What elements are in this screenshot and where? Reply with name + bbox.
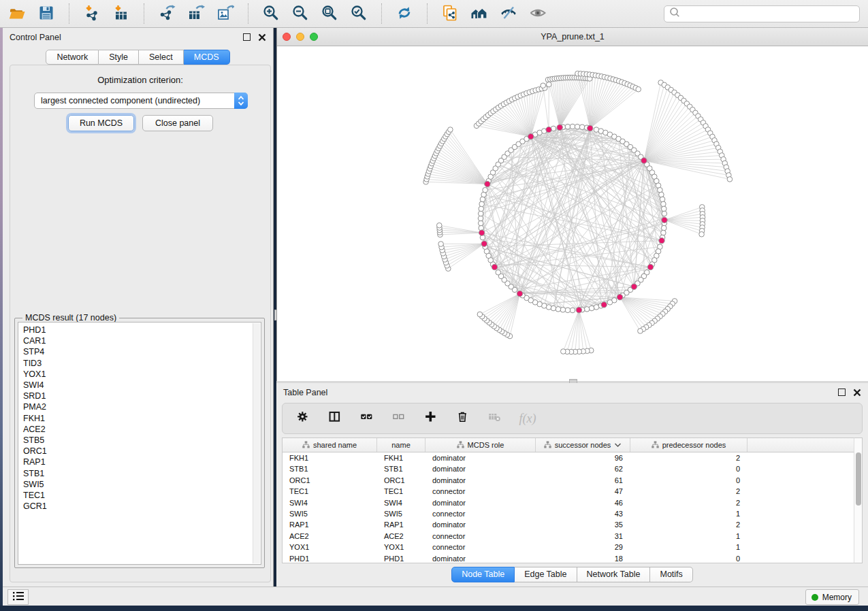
export-network-button[interactable] [155, 3, 178, 24]
table-row[interactable]: PHD1PHD1dominator180 [283, 553, 858, 563]
table-cell[interactable]: 43 [536, 508, 630, 519]
table-cell[interactable]: connector [425, 542, 536, 552]
table-cell[interactable]: FKH1 [377, 452, 425, 463]
mcds-result-item[interactable]: ORC1 [23, 446, 261, 457]
split-columns-button[interactable] [325, 408, 346, 429]
table-row[interactable]: ORC1ORC1dominator610 [283, 475, 858, 486]
table-cell[interactable]: PHD1 [377, 553, 425, 563]
mcds-result-item[interactable]: TEC1 [23, 490, 261, 501]
table-cell[interactable]: 1 [630, 531, 748, 542]
table-cell[interactable]: connector [425, 531, 536, 542]
column-header-successor-nodes[interactable]: successor nodes [536, 438, 630, 452]
table-cell[interactable]: TEC1 [377, 486, 425, 497]
tab-motifs[interactable]: Motifs [650, 567, 692, 582]
mcds-hub-node[interactable] [492, 264, 497, 269]
table-row[interactable]: RAP1RAP1dominator352 [283, 519, 858, 530]
table-cell[interactable]: 96 [536, 452, 630, 463]
result-list-scrollbar[interactable] [253, 323, 260, 563]
table-cell[interactable]: 31 [536, 531, 630, 542]
tab-select[interactable]: Select [139, 50, 184, 65]
tab-mcds[interactable]: MCDS [184, 50, 230, 65]
table-cell[interactable]: 2 [630, 452, 748, 463]
float-panel-icon[interactable] [243, 33, 251, 41]
mcds-hub-node[interactable] [517, 291, 522, 296]
table-cell[interactable]: dominator [425, 497, 536, 508]
mcds-hub-node[interactable] [479, 230, 484, 235]
mcds-hub-node[interactable] [659, 237, 664, 243]
table-cell[interactable]: dominator [425, 519, 536, 530]
table-cell[interactable]: 2 [630, 519, 748, 530]
mcds-hub-node[interactable] [588, 125, 593, 131]
clone-network-button[interactable] [438, 3, 462, 24]
table-cell[interactable]: FKH1 [283, 452, 377, 463]
table-cell[interactable]: STB1 [377, 463, 425, 474]
export-image-button[interactable] [214, 3, 237, 24]
close-panel-button[interactable]: Close panel [142, 115, 213, 131]
table-cell[interactable]: 1 [630, 542, 748, 552]
table-cell[interactable]: SWI4 [283, 497, 377, 508]
mcds-result-item[interactable]: FKH1 [23, 413, 261, 424]
table-cell[interactable]: 62 [536, 463, 630, 474]
table-row[interactable]: YOX1YOX1connector291 [283, 542, 858, 552]
mcds-result-item[interactable]: STB1 [23, 468, 261, 479]
table-row[interactable]: SWI4SWI4dominator462 [283, 497, 858, 508]
mcds-hub-node[interactable] [546, 127, 551, 132]
memory-button[interactable]: Memory [805, 589, 859, 605]
mcds-hub-node[interactable] [662, 217, 667, 222]
table-cell[interactable]: 18 [536, 553, 630, 563]
table-row[interactable]: TEC1TEC1connector472 [283, 486, 858, 497]
optimization-criterion-select[interactable]: largest connected component (undirected) [34, 93, 248, 109]
close-panel-icon[interactable] [258, 33, 266, 42]
mcds-result-item[interactable]: TID3 [23, 358, 261, 369]
table-cell[interactable]: SWI5 [377, 508, 425, 519]
tab-node-table[interactable]: Node Table [451, 567, 515, 582]
delete-column-button[interactable] [453, 408, 474, 429]
deselect-all-button[interactable] [389, 408, 410, 429]
table-cell[interactable]: 1 [630, 508, 748, 519]
table-cell[interactable]: connector [425, 486, 536, 497]
table-cell[interactable]: SWI5 [283, 508, 377, 519]
mcds-result-item[interactable]: YOX1 [23, 369, 261, 380]
search-input[interactable] [681, 7, 859, 20]
table-cell[interactable]: SWI4 [377, 497, 425, 508]
mcds-result-item[interactable]: SWI4 [23, 380, 261, 391]
table-cell[interactable]: PHD1 [283, 553, 377, 563]
mcds-hub-node[interactable] [601, 302, 607, 308]
table-row[interactable]: FKH1FKH1dominator962 [283, 452, 858, 463]
mcds-hub-node[interactable] [631, 284, 637, 289]
table-cell[interactable]: 47 [536, 486, 630, 497]
mcds-result-item[interactable]: STP4 [23, 346, 261, 357]
add-column-button[interactable] [421, 408, 442, 429]
table-cell[interactable]: YOX1 [283, 542, 377, 552]
table-cell[interactable]: 0 [630, 475, 748, 486]
import-network-button[interactable] [80, 3, 103, 24]
mcds-result-item[interactable]: RAP1 [23, 457, 261, 467]
table-cell[interactable]: RAP1 [377, 519, 425, 530]
mcds-result-item[interactable]: PHD1 [23, 325, 261, 335]
mcds-hub-node[interactable] [481, 241, 487, 246]
open-file-button[interactable] [5, 3, 29, 24]
table-cell[interactable]: 0 [630, 463, 748, 474]
zoom-fit-button[interactable] [318, 3, 341, 24]
table-scrollbar[interactable] [854, 437, 863, 563]
mcds-hub-node[interactable] [641, 158, 647, 163]
tab-style[interactable]: Style [99, 50, 139, 65]
mcds-hub-node[interactable] [617, 295, 622, 300]
mcds-result-item[interactable]: PMA2 [23, 401, 261, 412]
table-scrollbar-thumb[interactable] [856, 452, 861, 506]
column-header-name[interactable]: name [377, 438, 425, 452]
table-cell[interactable]: dominator [425, 463, 536, 474]
mcds-result-item[interactable]: STB5 [23, 435, 261, 446]
zoom-in-button[interactable] [259, 3, 283, 24]
mcds-result-item[interactable]: SWI5 [23, 479, 261, 490]
tab-edge-table[interactable]: Edge Table [515, 567, 577, 582]
table-cell[interactable]: 29 [536, 542, 630, 552]
column-header-predecessor-nodes[interactable]: predecessor nodes [630, 438, 748, 452]
table-cell[interactable]: connector [425, 508, 536, 519]
first-neighbors-button[interactable] [468, 3, 491, 24]
mcds-hub-node[interactable] [485, 181, 490, 186]
mcds-result-list[interactable]: PHD1CAR1STP4TID3YOX1SWI4SRD1PMA2FKH1ACE2… [18, 322, 261, 565]
network-window-titlebar[interactable]: YPA_prune.txt_1 [277, 28, 868, 46]
table-cell[interactable]: 35 [536, 519, 630, 530]
table-cell[interactable]: 61 [536, 475, 630, 486]
